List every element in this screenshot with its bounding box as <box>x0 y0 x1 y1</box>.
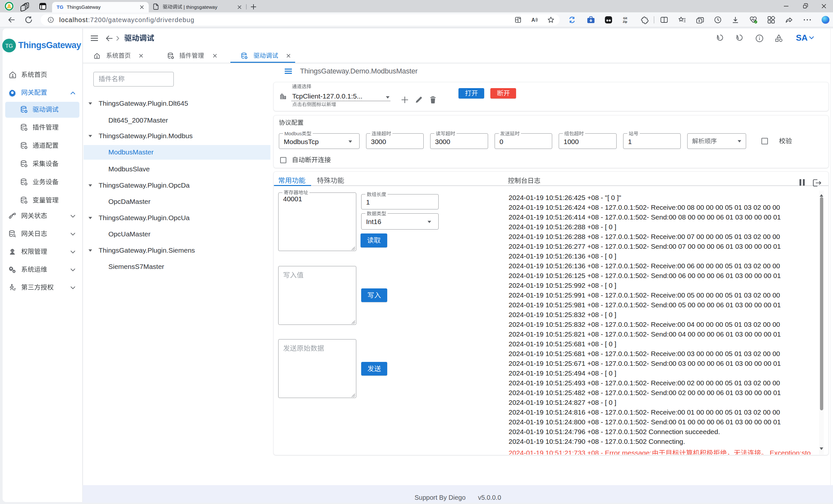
svg-text:Git: Git <box>623 17 627 20</box>
svg-text:Zip: Zip <box>623 20 627 23</box>
svg-text:TG: TG <box>5 43 13 49</box>
svg-text:A: A <box>531 17 535 23</box>
